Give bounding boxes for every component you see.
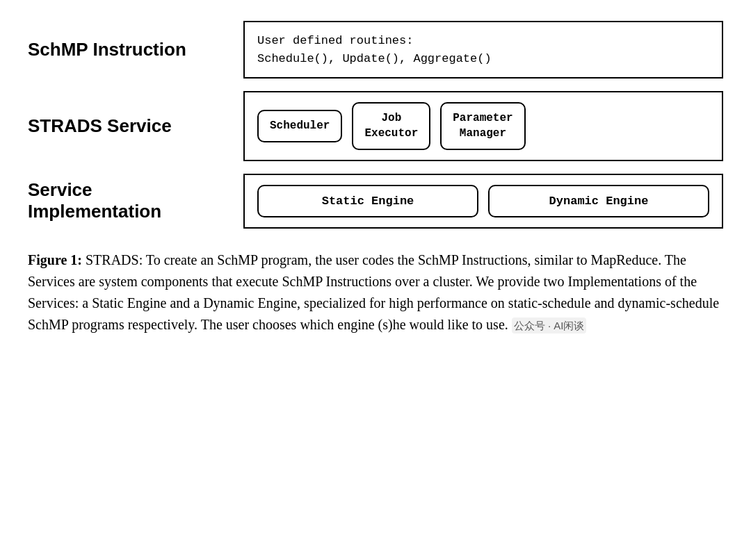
schmp-instruction-box: User defined routines: Schedule(), Updat… — [243, 21, 723, 79]
strads-service-box: Scheduler JobExecutor ParameterManager — [243, 91, 723, 161]
figure-caption: Figure 1: STRADS: To create an SchMP pro… — [28, 249, 723, 336]
strads-service-row: STRADS Service Scheduler JobExecutor Par… — [28, 91, 723, 161]
service-implementation-box: Static Engine Dynamic Engine — [243, 174, 723, 229]
watermark-text: 公众号 · AI闲谈 — [512, 318, 587, 333]
job-executor-box: JobExecutor — [352, 102, 430, 150]
static-engine-box: Static Engine — [257, 185, 478, 217]
schmp-instruction-code-line2: Schedule(), Update(), Aggregate() — [257, 50, 709, 68]
schmp-instruction-code-line1: User defined routines: — [257, 32, 709, 50]
strads-service-inner-row: Scheduler JobExecutor ParameterManager — [257, 102, 709, 150]
service-implementation-label: ServiceImplementation — [28, 179, 223, 222]
service-implementation-inner-row: Static Engine Dynamic Engine — [257, 185, 709, 217]
scheduler-box: Scheduler — [257, 110, 342, 142]
schmp-instruction-row: SchMP Instruction User defined routines:… — [28, 21, 723, 79]
caption-text: STRADS: To create an SchMP program, the … — [28, 252, 719, 332]
diagram: SchMP Instruction User defined routines:… — [28, 21, 723, 229]
strads-service-label: STRADS Service — [28, 115, 223, 137]
dynamic-engine-box: Dynamic Engine — [488, 185, 709, 217]
figure-label: Figure 1: — [28, 252, 82, 267]
schmp-instruction-label: SchMP Instruction — [28, 39, 223, 60]
parameter-manager-box: ParameterManager — [440, 102, 525, 150]
service-implementation-row: ServiceImplementation Static Engine Dyna… — [28, 174, 723, 229]
